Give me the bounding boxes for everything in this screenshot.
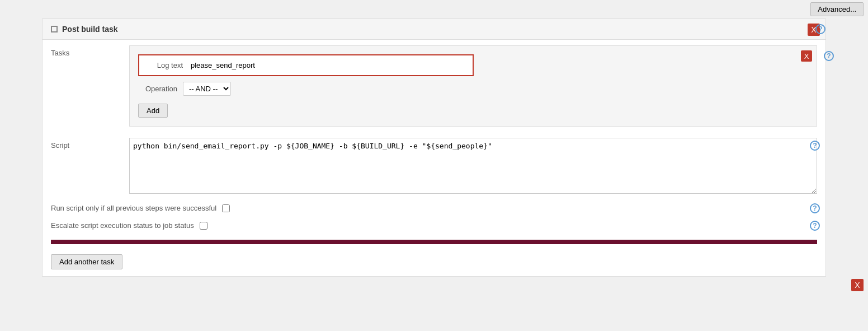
section-header: Post build task X ?	[43, 19, 825, 40]
bottom-close-button[interactable]: X	[851, 279, 864, 291]
divider-bar	[51, 240, 817, 244]
task-box-help-icon[interactable]: ?	[824, 51, 834, 61]
task-box: X Log text Operation -- AND -- -- OR --	[129, 45, 817, 127]
script-row: Script python bin/send_email_report.py -…	[43, 132, 825, 199]
task-box-wrapper: X Log text Operation -- AND -- -- OR --	[129, 45, 817, 127]
escalate-row: Escalate script execution status to job …	[43, 217, 825, 234]
run-script-checkbox[interactable]	[222, 204, 230, 212]
bottom-x-bar: X	[0, 277, 868, 293]
section-title: Post build task	[62, 25, 118, 34]
escalate-checkbox[interactable]	[200, 222, 207, 230]
section-help-icon[interactable]: ?	[815, 24, 825, 34]
page-wrapper: Advanced... Post build task X ? Tasks X	[0, 0, 868, 331]
section-icon	[51, 26, 58, 32]
operation-label: Operation	[138, 85, 183, 93]
script-textarea[interactable]: python bin/send_email_report.py -p ${JOB…	[129, 138, 817, 194]
log-text-label: Log text	[144, 61, 188, 69]
escalate-help-icon[interactable]: ?	[810, 221, 820, 231]
main-content: Post build task X ? Tasks X Log text	[42, 18, 826, 277]
operation-select[interactable]: -- AND -- -- OR --	[183, 82, 231, 96]
script-help-icon[interactable]: ?	[810, 141, 820, 151]
script-label: Script	[51, 138, 129, 194]
task-close-button[interactable]: X	[801, 50, 812, 62]
tasks-content: X Log text Operation -- AND -- -- OR --	[129, 45, 817, 127]
top-bar: Advanced...	[0, 0, 868, 18]
log-text-row: Log text	[138, 54, 474, 76]
log-text-input[interactable]	[188, 60, 468, 71]
operation-row: Operation -- AND -- -- OR --	[138, 82, 808, 96]
add-button[interactable]: Add	[138, 104, 168, 118]
escalate-label: Escalate script execution status to job …	[51, 221, 194, 230]
run-script-help-icon[interactable]: ?	[810, 203, 820, 213]
run-script-row: Run script only if all previous steps we…	[43, 199, 825, 217]
tasks-row: Tasks X Log text Operation	[43, 40, 825, 132]
add-another-task-button[interactable]: Add another task	[51, 254, 122, 269]
tasks-label: Tasks	[51, 45, 129, 127]
run-script-label: Run script only if all previous steps we…	[51, 204, 216, 212]
advanced-button[interactable]: Advanced...	[810, 2, 864, 16]
